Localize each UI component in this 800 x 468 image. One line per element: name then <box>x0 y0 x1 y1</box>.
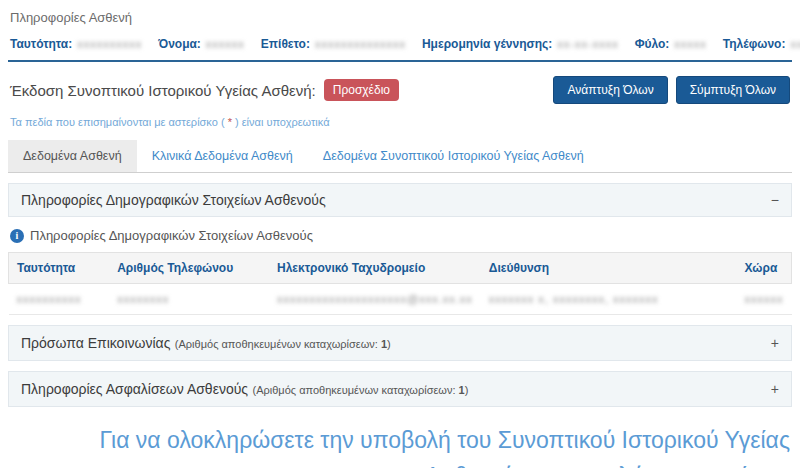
tab-clinical-data[interactable]: Κλινικά Δεδομένα Ασθενή <box>137 140 308 172</box>
contacts-panel-title-group: Πρόσωπα Επικοινωνίας (Αριθμός αποθηκευμέ… <box>21 334 391 352</box>
demographics-table: Ταυτότητα Αριθμός Τηλεφώνου Ηλεκτρονικό … <box>8 252 792 315</box>
patient-field-id: Ταυτότητα: xxxxxxxxxx <box>10 37 142 51</box>
demographics-table-body: xxxxxxxxxx xxxxxxxx xxxxxxxxxxxxxxxxxxxx… <box>9 284 792 315</box>
patient-lastname-value-redacted: xxxxxxxxxxxxxx <box>315 38 406 50</box>
patient-field-gender: Φύλο: xxxxx <box>635 37 707 51</box>
draft-status-badge: Προσχέδιο <box>324 79 399 101</box>
insurance-count: (Αριθμός αποθηκευμένων καταχωρίσεων: 1) <box>253 384 469 396</box>
version-label-group: Έκδοση Συνοπτικού Ιστορικού Υγείας Ασθεν… <box>10 79 399 101</box>
insurance-count-suffix: ) <box>465 384 469 396</box>
collapse-all-button[interactable]: Σύμπτυξη Όλων <box>676 76 790 104</box>
contacts-count-prefix: (Αριθμός αποθηκευμένων καταχωρίσεων: <box>175 338 381 350</box>
col-header-country: Χώρα <box>736 253 791 284</box>
cell-phone-redacted: xxxxxxxx <box>109 284 269 315</box>
cell-address-redacted: xxxxxxx x, xxxxxxxx, xxxxxxx <box>481 284 737 315</box>
demographics-info-text: Πληροφορίες Δημογραφικών Στοιχείων Ασθεν… <box>30 228 313 243</box>
version-row: Έκδοση Συνοπτικού Ιστορικού Υγείας Ασθεν… <box>10 76 790 104</box>
tab-bar: Δεδομένα Ασθενή Κλινικά Δεδομένα Ασθενή … <box>8 140 792 173</box>
expand-collapse-buttons: Ανάπτυξη Όλων Σύμπτυξη Όλων <box>553 76 790 104</box>
insurance-panel-title: Πληροφορίες Ασφαλίσεων Ασθενούς <box>21 381 248 397</box>
patient-gender-label: Φύλο: <box>635 37 670 51</box>
patient-lastname-label: Επίθετο: <box>261 37 310 51</box>
contacts-count-suffix: ) <box>387 338 391 350</box>
patient-birthdate-label: Ημερομηνία γέννησης: <box>422 37 552 51</box>
contacts-count: (Αριθμός αποθηκευμένων καταχωρίσεων: 1) <box>175 338 391 350</box>
expand-icon[interactable]: + <box>771 382 779 396</box>
header-divider <box>8 60 792 62</box>
insurance-count-prefix: (Αριθμός αποθηκευμένων καταχωρίσεων: <box>253 384 459 396</box>
patient-firstname-value-redacted: xxxxxx <box>206 38 245 50</box>
tab-patient-data[interactable]: Δεδομένα Ασθενή <box>8 140 137 172</box>
required-note-suffix: ) είναι υποχρεωτικά <box>232 116 330 128</box>
collapse-icon[interactable]: − <box>771 193 779 207</box>
patient-id-label: Ταυτότητα: <box>10 37 72 51</box>
expand-icon[interactable]: + <box>771 336 779 350</box>
contacts-panel-title: Πρόσωπα Επικοινωνίας <box>21 335 170 351</box>
patient-field-birthdate: Ημερομηνία γέννησης: xx-xx-xxxx <box>422 37 619 51</box>
page-title: Πληροφορίες Ασθενή <box>10 10 792 25</box>
patient-phone-label: Τηλέφωνο: <box>723 37 786 51</box>
contacts-panel-header[interactable]: Πρόσωπα Επικοινωνίας (Αριθμός αποθηκευμέ… <box>8 325 792 361</box>
insurance-panel-header[interactable]: Πληροφορίες Ασφαλίσεων Ασθενούς (Αριθμός… <box>8 371 792 407</box>
col-header-id: Ταυτότητα <box>9 253 110 284</box>
cell-country-redacted: xxxxxx <box>736 284 791 315</box>
patient-field-phone: Τηλέφωνο: xxxxxxxx <box>723 37 800 51</box>
required-note-prefix: Τα πεδία που επισημαίνονται με αστερίσκο… <box>10 116 228 128</box>
demographics-panel-header[interactable]: Πληροφορίες Δημογραφικών Στοιχείων Ασθεν… <box>8 183 792 217</box>
demographics-info-line: i Πληροφορίες Δημογραφικών Στοιχείων Ασθ… <box>10 228 790 243</box>
patient-summary-bar: Ταυτότητα: xxxxxxxxxx Όνομα: xxxxxx Επίθ… <box>10 37 790 51</box>
patient-birthdate-value-redacted: xx-xx-xxxx <box>557 38 618 50</box>
patient-id-value-redacted: xxxxxxxxxx <box>77 38 142 50</box>
expand-all-button[interactable]: Ανάπτυξη Όλων <box>553 76 667 104</box>
demographics-panel-title: Πληροφορίες Δημογραφικών Στοιχείων Ασθεν… <box>21 192 326 208</box>
patient-firstname-label: Όνομα: <box>158 37 201 51</box>
col-header-address: Διεύθυνση <box>481 253 737 284</box>
required-fields-note: Τα πεδία που επισημαίνονται με αστερίσκο… <box>10 116 790 128</box>
cell-id-redacted: xxxxxxxxxx <box>9 284 110 315</box>
col-header-email: Ηλεκτρονικό Ταχυδρομείο <box>269 253 481 284</box>
patient-field-firstname: Όνομα: xxxxxx <box>158 37 245 51</box>
page: Πληροφορίες Ασθενή Ταυτότητα: xxxxxxxxxx… <box>0 0 800 468</box>
patient-gender-value-redacted: xxxxx <box>674 38 707 50</box>
completion-message: Για να ολοκληρώσετε την υποβολή του Συνο… <box>10 423 790 468</box>
info-icon: i <box>10 229 24 243</box>
demographics-table-head: Ταυτότητα Αριθμός Τηλεφώνου Ηλεκτρονικό … <box>9 253 792 284</box>
cell-email-redacted: xxxxxxxxxxxxxxxxxxxx@xxx.xx.xx <box>269 284 481 315</box>
table-header-row: Ταυτότητα Αριθμός Τηλεφώνου Ηλεκτρονικό … <box>9 253 792 284</box>
col-header-phone: Αριθμός Τηλεφώνου <box>109 253 269 284</box>
patient-field-lastname: Επίθετο: xxxxxxxxxxxxxx <box>261 37 406 51</box>
tab-summary-history-data[interactable]: Δεδομένα Συνοπτικού Ιστορικού Υγείας Ασθ… <box>308 140 599 172</box>
patient-phone-value-redacted: xxxxxxxx <box>790 38 800 50</box>
version-label: Έκδοση Συνοπτικού Ιστορικού Υγείας Ασθεν… <box>10 82 316 99</box>
table-row: xxxxxxxxxx xxxxxxxx xxxxxxxxxxxxxxxxxxxx… <box>9 284 792 315</box>
insurance-panel-title-group: Πληροφορίες Ασφαλίσεων Ασθενούς (Αριθμός… <box>21 380 468 398</box>
